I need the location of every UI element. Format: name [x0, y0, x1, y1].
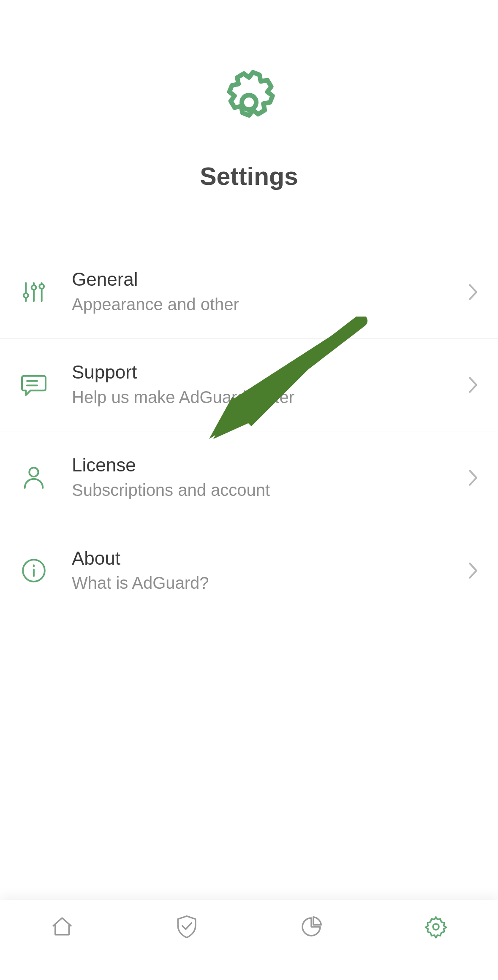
row-text: License Subscriptions and account [72, 455, 461, 501]
chevron-right-icon [461, 283, 479, 301]
settings-item-about[interactable]: About What is AdGuard? [0, 524, 498, 617]
row-text: General Appearance and other [72, 269, 461, 315]
tab-protection[interactable] [174, 915, 199, 940]
sliders-icon [19, 277, 49, 307]
row-text: About What is AdGuard? [72, 548, 461, 594]
settings-item-subtitle: Appearance and other [72, 294, 461, 315]
pie-chart-icon [299, 915, 323, 940]
chevron-right-icon [461, 376, 479, 394]
shield-check-icon [175, 914, 199, 941]
settings-item-subtitle: Subscriptions and account [72, 479, 461, 501]
settings-item-title: License [72, 455, 461, 476]
gear-icon [424, 915, 448, 940]
home-icon [50, 915, 74, 940]
settings-item-title: General [72, 269, 461, 290]
info-icon [19, 556, 49, 585]
tab-bar [0, 900, 498, 980]
page-title: Settings [0, 162, 498, 191]
settings-header: Settings [0, 0, 498, 191]
row-text: Support Help us make AdGuard better [72, 362, 461, 408]
tab-stats[interactable] [299, 915, 324, 940]
settings-item-license[interactable]: License Subscriptions and account [0, 431, 498, 524]
settings-list: General Appearance and other Support Hel… [0, 246, 498, 617]
chevron-right-icon [461, 561, 479, 580]
settings-item-general[interactable]: General Appearance and other [0, 246, 498, 338]
settings-item-subtitle: What is AdGuard? [72, 572, 461, 593]
tab-settings[interactable] [423, 915, 449, 940]
chevron-right-icon [461, 468, 479, 487]
svg-point-5 [32, 285, 36, 290]
settings-item-support[interactable]: Support Help us make AdGuard better [0, 338, 498, 431]
settings-item-subtitle: Help us make AdGuard better [72, 387, 461, 408]
gear-icon [216, 70, 282, 137]
svg-point-17 [433, 924, 439, 930]
svg-point-6 [39, 284, 44, 289]
svg-point-9 [29, 468, 38, 476]
svg-point-0 [242, 95, 256, 109]
svg-point-4 [24, 293, 28, 298]
chat-icon [19, 370, 49, 400]
settings-item-title: Support [72, 362, 461, 383]
user-icon [19, 463, 49, 493]
settings-item-title: About [72, 548, 461, 569]
tab-home[interactable] [49, 915, 75, 940]
